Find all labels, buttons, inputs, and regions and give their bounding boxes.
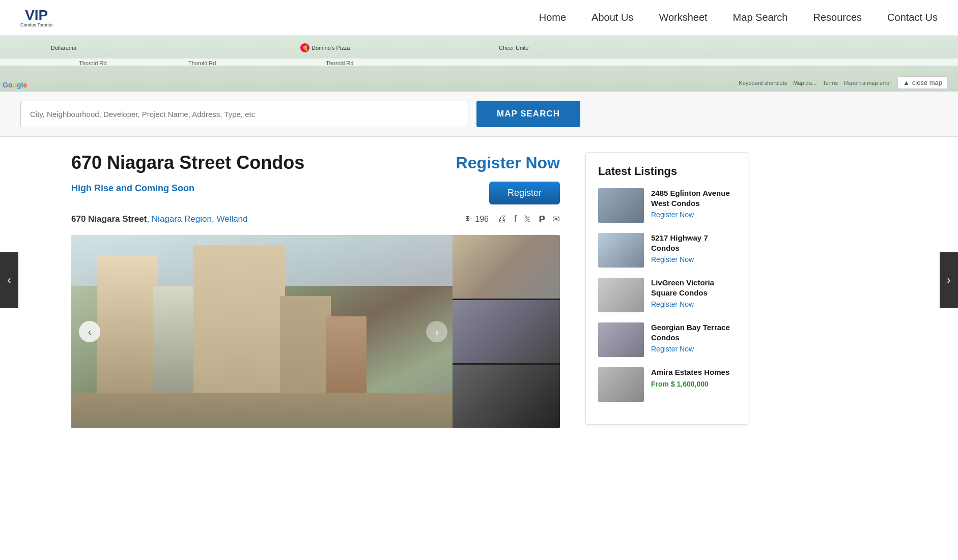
gallery-next-button[interactable]: ›	[426, 321, 447, 342]
listing-action-3[interactable]: Register Now	[651, 300, 736, 308]
views-number: 196	[475, 215, 489, 224]
listing-category[interactable]: High Rise and Coming Soon	[71, 183, 194, 194]
social-icons: 🖨 f 𝕏 𝗣 ✉	[498, 214, 560, 225]
listing-name-1: 2485 Eglinton Avenue West Condos	[651, 188, 736, 208]
thumbnail-3[interactable]	[453, 365, 560, 428]
sidebar: Latest Listings 2485 Eglinton Avenue Wes…	[585, 152, 748, 428]
list-item: 5217 Highway 7 Condos Register Now	[598, 233, 736, 268]
listing-info-2: 5217 Highway 7 Condos Register Now	[651, 233, 736, 263]
list-item: 2485 Eglinton Avenue West Condos Registe…	[598, 188, 736, 223]
map-road-label-1: Thorold Rd	[79, 60, 106, 66]
listing-thumb-4	[598, 322, 644, 357]
search-bar: MAP SEARCH	[0, 92, 958, 137]
nav-contact-us[interactable]: Contact Us	[887, 12, 938, 23]
map-poi-dominos: 🍕 Domino's Pizza	[300, 43, 350, 52]
listing-section: 670 Niagara Street Condos Register Now H…	[71, 152, 560, 428]
right-arrow-icon: ›	[947, 274, 950, 287]
address-street: 670 Niagara Street	[71, 214, 147, 224]
map-terms[interactable]: Terms	[823, 80, 838, 86]
nav-resources[interactable]: Resources	[813, 12, 862, 23]
map-bar: Thorold Rd Thorold Rd Thorold Rd Dollara…	[0, 36, 958, 92]
listing-header: 670 Niagara Street Condos Register Now	[71, 152, 560, 173]
listing-thumb-2	[598, 233, 644, 268]
header: VIP Condos Toronto Home About Us Workshe…	[0, 0, 958, 36]
close-map-chevron-icon: ▲	[903, 79, 910, 86]
pinterest-icon[interactable]: 𝗣	[539, 214, 545, 225]
eye-icon: 👁	[464, 215, 472, 224]
address-city[interactable]: Welland	[216, 214, 247, 224]
map-controls: Keyboard shortcuts Map da... Terms Repor…	[739, 76, 948, 89]
side-nav-left[interactable]: ‹	[0, 252, 18, 308]
side-nav-right[interactable]: ›	[940, 252, 958, 308]
listing-thumb-1	[598, 188, 644, 223]
listing-price-5: From $ 1,600,000	[651, 380, 736, 388]
listing-name-2: 5217 Highway 7 Condos	[651, 233, 736, 253]
close-map-button[interactable]: ▲ close map	[897, 76, 948, 89]
map-poi-dollarama: Dollarama	[51, 45, 76, 51]
register-button[interactable]: Register	[489, 182, 560, 204]
nav-worksheet[interactable]: Worksheet	[659, 12, 707, 23]
map-background: Thorold Rd Thorold Rd Thorold Rd Dollara…	[0, 36, 958, 92]
register-now-link[interactable]: Register Now	[456, 154, 560, 172]
keyboard-shortcuts[interactable]: Keyboard shortcuts	[739, 80, 787, 86]
address-region[interactable]: Niagara Region	[152, 214, 212, 224]
google-logo: Google	[3, 81, 27, 89]
listing-thumb-5	[598, 367, 644, 402]
main-content: 670 Niagara Street Condos Register Now H…	[0, 137, 958, 444]
map-data-label: Map da...	[793, 80, 816, 86]
email-icon[interactable]: ✉	[552, 214, 560, 225]
listing-meta: 👁 196 🖨 f 𝕏 𝗣 ✉	[464, 214, 560, 225]
latest-listings-box: Latest Listings 2485 Eglinton Avenue Wes…	[585, 152, 748, 425]
list-item: Georgian Bay Terrace Condos Register Now	[598, 322, 736, 357]
listing-title: 670 Niagara Street Condos	[71, 152, 304, 173]
map-search-button[interactable]: MAP SEARCH	[476, 101, 580, 127]
map-poi-cheer: Cheer Unite	[499, 45, 529, 51]
listing-name-3: LivGreen Victoria Square Condos	[651, 278, 736, 298]
gallery-prev-button[interactable]: ‹	[79, 321, 100, 342]
views-count: 👁 196	[464, 215, 489, 224]
logo-vip-text: VIP	[25, 8, 48, 22]
main-nav: Home About Us Worksheet Map Search Resou…	[539, 12, 938, 23]
listing-address: 670 Niagara Street, Niagara Region, Well…	[71, 214, 248, 224]
listing-action-4[interactable]: Register Now	[651, 345, 736, 353]
map-road-label-2: Thorold Rd	[188, 60, 216, 66]
map-report-error[interactable]: Report a map error	[844, 80, 891, 86]
listing-address-row: 670 Niagara Street, Niagara Region, Well…	[71, 214, 560, 225]
nav-map-search[interactable]: Map Search	[733, 12, 788, 23]
listing-action-2[interactable]: Register Now	[651, 255, 736, 263]
listing-info-1: 2485 Eglinton Avenue West Condos Registe…	[651, 188, 736, 219]
image-gallery: ‹ ›	[71, 235, 560, 428]
listing-name-5: Amira Estates Homes	[651, 367, 736, 377]
nav-home[interactable]: Home	[539, 12, 566, 23]
thumbnail-1[interactable]	[453, 235, 560, 299]
dominos-icon: 🍕	[300, 43, 309, 52]
listing-thumb-3	[598, 278, 644, 312]
left-arrow-icon: ‹	[7, 274, 11, 287]
listing-action-1[interactable]: Register Now	[651, 211, 736, 219]
map-road	[0, 58, 958, 66]
gallery-thumbnails	[453, 235, 560, 428]
nav-about-us[interactable]: About Us	[591, 12, 633, 23]
logo[interactable]: VIP Condos Toronto	[20, 8, 52, 27]
main-image-placeholder	[71, 235, 453, 428]
listing-info-3: LivGreen Victoria Square Condos Register…	[651, 278, 736, 308]
print-icon[interactable]: 🖨	[498, 214, 507, 225]
listing-info-4: Georgian Bay Terrace Condos Register Now	[651, 322, 736, 353]
search-input[interactable]	[20, 101, 468, 127]
thumbnail-2[interactable]	[453, 300, 560, 364]
logo-subtitle: Condos Toronto	[20, 22, 52, 27]
listing-info-5: Amira Estates Homes From $ 1,600,000	[651, 367, 736, 388]
list-item: LivGreen Victoria Square Condos Register…	[598, 278, 736, 312]
latest-listings-title: Latest Listings	[598, 165, 736, 178]
gallery-main-image	[71, 235, 453, 428]
twitter-icon[interactable]: 𝕏	[524, 214, 531, 225]
listing-name-4: Georgian Bay Terrace Condos	[651, 322, 736, 342]
list-item: Amira Estates Homes From $ 1,600,000	[598, 367, 736, 402]
facebook-icon[interactable]: f	[514, 214, 517, 225]
map-road-label-3: Thorold Rd	[326, 60, 353, 66]
